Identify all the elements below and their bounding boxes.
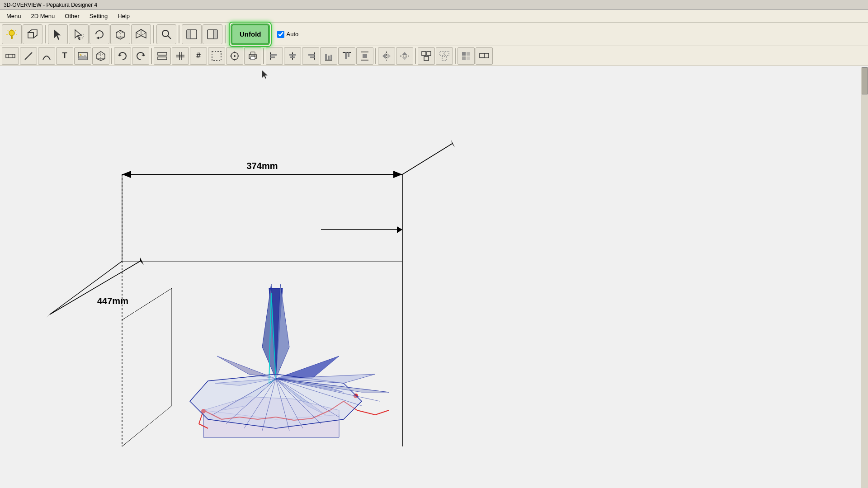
svg-rect-7: [28, 33, 33, 38]
strip-btn[interactable]: [2, 47, 19, 65]
unfold-label: Unfold: [240, 30, 261, 38]
svg-marker-36: [78, 55, 87, 60]
toolbar1: Unfold Auto: [0, 23, 868, 46]
svg-rect-31: [6, 54, 15, 58]
curve-tool-btn[interactable]: [38, 47, 55, 65]
svg-line-22: [141, 33, 146, 36]
vertical-scrollbar[interactable]: [861, 67, 868, 488]
rotate-btn[interactable]: [90, 24, 109, 44]
svg-point-23: [162, 30, 169, 37]
mirror-btn[interactable]: [378, 47, 395, 65]
align-top-btn[interactable]: [338, 47, 355, 65]
svg-marker-12: [75, 30, 81, 40]
tb2-sep4: [375, 48, 376, 64]
menu-item-menu[interactable]: Menu: [2, 11, 26, 21]
menu-item-2dmenu[interactable]: 2D Menu: [27, 11, 60, 21]
flip-btn[interactable]: [396, 47, 413, 65]
unfold-button[interactable]: Unfold: [231, 24, 269, 44]
svg-rect-91: [442, 56, 447, 61]
svg-rect-94: [462, 56, 466, 60]
number-btn[interactable]: [172, 47, 189, 65]
select-tool-btn[interactable]: [208, 47, 225, 65]
3d-tool-btn[interactable]: [92, 47, 109, 65]
svg-text:447mm: 447mm: [97, 296, 128, 306]
align-bottom-btn[interactable]: [320, 47, 337, 65]
align-center-btn[interactable]: [284, 47, 301, 65]
panel-right-btn[interactable]: [203, 24, 222, 44]
svg-line-24: [168, 36, 171, 39]
svg-rect-68: [308, 54, 315, 56]
svg-rect-79: [363, 54, 367, 58]
svg-rect-65: [289, 54, 296, 56]
main-canvas-svg: 374mm 447mm: [0, 67, 868, 488]
arrange-btn[interactable]: [458, 47, 475, 65]
cube-btn[interactable]: [110, 24, 130, 44]
ungroup-btn[interactable]: [436, 47, 453, 65]
line-tool-btn[interactable]: [20, 47, 37, 65]
tb1-sep1: [45, 25, 46, 43]
distribute-v-btn[interactable]: [356, 47, 373, 65]
redo-btn[interactable]: [132, 47, 149, 65]
svg-rect-89: [440, 52, 444, 56]
menu-item-help[interactable]: Help: [113, 11, 134, 21]
panel-left-btn[interactable]: [182, 24, 202, 44]
svg-line-21: [136, 33, 141, 36]
tb2-sep5: [415, 48, 416, 64]
menu-item-other[interactable]: Other: [60, 11, 84, 21]
auto-checkbox[interactable]: [277, 31, 284, 38]
menu-item-setting[interactable]: Setting: [85, 11, 112, 21]
svg-rect-86: [422, 52, 426, 56]
align-right-btn[interactable]: [302, 47, 319, 65]
svg-marker-82: [387, 53, 391, 59]
net-btn[interactable]: [131, 24, 151, 44]
select-all-btn[interactable]: [476, 47, 493, 65]
scrollbar-thumb[interactable]: [862, 67, 868, 94]
svg-rect-62: [270, 54, 277, 56]
svg-line-10: [33, 35, 37, 38]
select-btn[interactable]: [48, 24, 68, 44]
view-btn[interactable]: [23, 24, 42, 44]
tb1-sep4: [225, 25, 226, 43]
svg-line-3: [8, 30, 9, 31]
move-btn[interactable]: [69, 24, 89, 44]
svg-point-37: [80, 54, 81, 56]
svg-rect-1: [11, 36, 13, 39]
tb1-sep2: [153, 25, 154, 43]
snap-btn[interactable]: [226, 47, 243, 65]
undo-btn[interactable]: [114, 47, 131, 65]
text-tool-btn[interactable]: T: [56, 47, 73, 65]
auto-label: Auto: [286, 31, 298, 38]
svg-marker-14: [96, 37, 99, 39]
svg-rect-76: [348, 52, 349, 57]
tb2-sep2: [151, 48, 152, 64]
menubar: Menu 2D Menu Other Setting Help: [0, 10, 868, 23]
svg-rect-96: [480, 53, 484, 58]
svg-rect-44: [158, 52, 167, 55]
align-left-btn[interactable]: [266, 47, 283, 65]
flatten-btn[interactable]: [154, 47, 171, 65]
svg-rect-95: [467, 56, 470, 60]
canvas-area[interactable]: 374mm 447mm: [0, 67, 868, 488]
svg-marker-43: [142, 54, 144, 56]
svg-rect-99: [0, 67, 868, 488]
svg-rect-58: [250, 56, 255, 60]
svg-rect-88: [424, 56, 429, 61]
print-btn[interactable]: [244, 47, 261, 65]
hash-btn[interactable]: #: [190, 47, 207, 65]
svg-rect-45: [158, 57, 167, 60]
group-btn[interactable]: [418, 47, 435, 65]
svg-marker-85: [402, 57, 407, 60]
zoom-btn[interactable]: [156, 24, 176, 44]
svg-marker-42: [119, 54, 122, 56]
svg-rect-90: [445, 52, 449, 56]
svg-rect-69: [310, 56, 315, 58]
svg-point-0: [9, 30, 14, 36]
svg-rect-97: [484, 53, 489, 58]
svg-rect-27: [187, 30, 191, 39]
image-tool-btn[interactable]: [74, 47, 91, 65]
light-btn[interactable]: [2, 24, 22, 44]
svg-marker-11: [54, 30, 61, 40]
title-text: 3D-OVERVIEW - Pepakura Designer 4: [4, 2, 97, 8]
svg-rect-73: [330, 55, 332, 60]
auto-check-container: Auto: [274, 31, 302, 38]
